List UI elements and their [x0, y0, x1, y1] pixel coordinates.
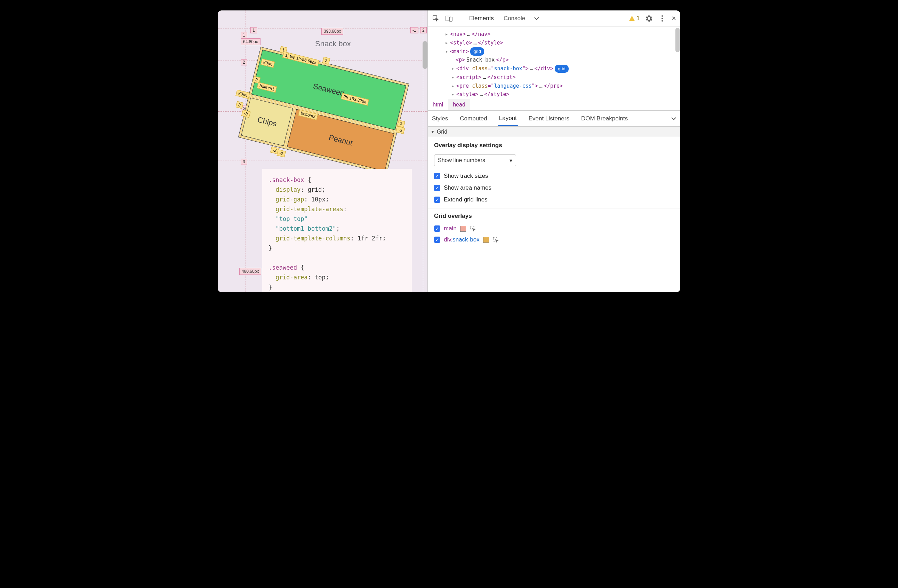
- main-toolbar: Elements Console 1 ×: [428, 11, 680, 26]
- subtab-computed[interactable]: Computed: [458, 112, 488, 126]
- overlay-settings-title: Overlay display settings: [434, 142, 674, 149]
- g-num-n2b: -2: [277, 149, 286, 157]
- more-tabs-icon[interactable]: [533, 15, 540, 22]
- swatch-main[interactable]: [460, 226, 466, 232]
- breadcrumb: html head: [428, 99, 680, 111]
- svg-point-5: [661, 20, 663, 22]
- col-size-2: 80px: [235, 90, 250, 99]
- chk-track-sizes[interactable]: ✓: [434, 173, 440, 179]
- row-num-3: 3: [241, 159, 247, 165]
- layout-panel: Overlay display settings Show line numbe…: [428, 137, 680, 252]
- chevron-down-icon: ▾: [509, 157, 512, 164]
- subtab-dom[interactable]: DOM Breakpoints: [580, 112, 629, 126]
- row-num-2: 2: [241, 59, 247, 65]
- highlight-icon[interactable]: [492, 237, 499, 243]
- grid-overlays-title: Grid overlays: [434, 212, 674, 220]
- chk-area-names-label: Show area names: [444, 185, 491, 191]
- line-num-2: 2: [420, 27, 427, 34]
- row-num-1: 1: [241, 32, 247, 38]
- devtools-window: 1 -1 2 393.60px 1 64.80px 2 222px 3 480.…: [218, 11, 680, 292]
- dom-tree[interactable]: ▸<nav>…</nav> ▸<style>…</style> ▾<main> …: [428, 26, 680, 99]
- line-numbers-select[interactable]: Show line numbers ▾: [434, 154, 516, 166]
- row-size-1: 64.80px: [241, 38, 260, 45]
- svg-point-3: [661, 15, 663, 17]
- devtools-panel: Elements Console 1 × ▸<nav>…</nav> ▸<sty…: [428, 11, 680, 292]
- overlay-main-label: main: [444, 225, 457, 232]
- chk-area-names[interactable]: ✓: [434, 185, 440, 191]
- inspect-icon[interactable]: [432, 15, 440, 22]
- svg-point-4: [661, 18, 663, 19]
- highlight-icon[interactable]: [469, 225, 476, 232]
- crumb-html[interactable]: html: [428, 99, 448, 110]
- close-icon[interactable]: ×: [672, 14, 676, 23]
- overlay-snackbox-label: div.snack-box: [444, 236, 480, 243]
- gear-icon[interactable]: [645, 15, 653, 22]
- device-toggle-icon[interactable]: [445, 15, 453, 22]
- line-num-neg1: -1: [411, 27, 418, 34]
- svg-rect-2: [449, 17, 452, 21]
- subtab-styles[interactable]: Styles: [431, 112, 449, 126]
- grid-overlay: 1 1 top 1fr·96.66px 2 2fr·193.32px 80px …: [238, 47, 409, 174]
- section-grid-label: Grid: [437, 129, 447, 135]
- viewport-scrollbar[interactable]: [423, 41, 427, 69]
- warning-badge[interactable]: 1: [629, 15, 640, 22]
- crumb-head[interactable]: head: [448, 99, 470, 110]
- subtab-layout[interactable]: Layout: [498, 111, 518, 126]
- kebab-icon[interactable]: [658, 15, 666, 22]
- cell-chips: Chips: [241, 98, 293, 146]
- more-subtabs-icon[interactable]: [670, 115, 678, 123]
- chk-extend-lines-label: Extend grid lines: [444, 196, 487, 203]
- tab-elements[interactable]: Elements: [467, 14, 496, 23]
- section-grid-header[interactable]: ▼ Grid: [428, 127, 680, 137]
- swatch-snackbox[interactable]: [483, 237, 489, 243]
- chevron-down-icon: ▼: [431, 129, 435, 134]
- row-size-bottom: 480.60px: [239, 268, 261, 275]
- styles-subtabs: Styles Computed Layout Event Listeners D…: [428, 111, 680, 127]
- tab-console[interactable]: Console: [501, 14, 527, 23]
- code-block: .snack-box { display: grid; grid-gap: 10…: [262, 169, 412, 292]
- subtab-listeners[interactable]: Event Listeners: [527, 112, 571, 126]
- track-size-top: 393.60px: [321, 28, 343, 35]
- page-title: Snack box: [315, 39, 351, 48]
- chk-extend-lines[interactable]: ✓: [434, 197, 440, 203]
- page-viewport[interactable]: 1 -1 2 393.60px 1 64.80px 2 222px 3 480.…: [218, 11, 428, 292]
- dom-scrollbar[interactable]: [675, 28, 680, 52]
- chk-overlay-main[interactable]: ✓: [434, 225, 440, 232]
- chk-overlay-snackbox[interactable]: ✓: [434, 237, 440, 243]
- chk-track-sizes-label: Show track sizes: [444, 172, 488, 180]
- line-num-1: 1: [251, 27, 257, 34]
